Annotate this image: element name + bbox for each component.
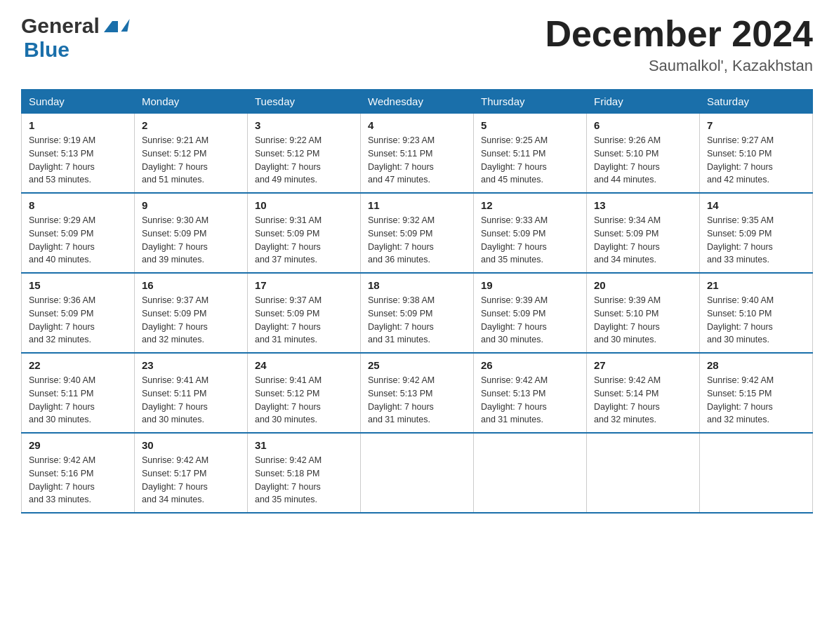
day-cell-2: 2 Sunrise: 9:21 AMSunset: 5:12 PMDayligh… xyxy=(135,114,248,194)
title-area: December 2024 Saumalkol', Kazakhstan xyxy=(545,14,813,75)
day-number: 7 xyxy=(707,119,805,131)
day-cell-1: 1 Sunrise: 9:19 AMSunset: 5:13 PMDayligh… xyxy=(22,114,135,194)
week-row-4: 22 Sunrise: 9:40 AMSunset: 5:11 PMDaylig… xyxy=(22,353,813,433)
header-row: SundayMondayTuesdayWednesdayThursdayFrid… xyxy=(22,90,813,114)
day-cell-25: 25 Sunrise: 9:42 AMSunset: 5:13 PMDaylig… xyxy=(361,353,474,433)
day-number: 2 xyxy=(142,119,240,131)
day-cell-15: 15 Sunrise: 9:36 AMSunset: 5:09 PMDaylig… xyxy=(22,273,135,353)
day-header-saturday: Saturday xyxy=(700,90,813,114)
day-number: 9 xyxy=(142,199,240,211)
day-info: Sunrise: 9:29 AMSunset: 5:09 PMDaylight:… xyxy=(29,214,127,267)
day-number: 11 xyxy=(368,199,466,211)
day-number: 4 xyxy=(368,119,466,131)
day-number: 14 xyxy=(707,199,805,211)
day-info: Sunrise: 9:36 AMSunset: 5:09 PMDaylight:… xyxy=(29,294,127,347)
day-number: 28 xyxy=(707,359,805,371)
logo-text-general: General xyxy=(21,14,100,38)
day-number: 16 xyxy=(142,279,240,291)
day-info: Sunrise: 9:35 AMSunset: 5:09 PMDaylight:… xyxy=(707,214,805,267)
day-number: 10 xyxy=(255,199,353,211)
day-cell-3: 3 Sunrise: 9:22 AMSunset: 5:12 PMDayligh… xyxy=(248,114,361,194)
day-cell-8: 8 Sunrise: 9:29 AMSunset: 5:09 PMDayligh… xyxy=(22,193,135,273)
day-number: 27 xyxy=(594,359,692,371)
day-cell-10: 10 Sunrise: 9:31 AMSunset: 5:09 PMDaylig… xyxy=(248,193,361,273)
day-info: Sunrise: 9:38 AMSunset: 5:09 PMDaylight:… xyxy=(368,294,466,347)
day-header-friday: Friday xyxy=(587,90,700,114)
day-cell-4: 4 Sunrise: 9:23 AMSunset: 5:11 PMDayligh… xyxy=(361,114,474,194)
day-number: 30 xyxy=(142,439,240,451)
day-number: 19 xyxy=(481,279,579,291)
day-cell-27: 27 Sunrise: 9:42 AMSunset: 5:14 PMDaylig… xyxy=(587,353,700,433)
day-info: Sunrise: 9:42 AMSunset: 5:17 PMDaylight:… xyxy=(142,454,240,507)
week-row-2: 8 Sunrise: 9:29 AMSunset: 5:09 PMDayligh… xyxy=(22,193,813,273)
day-number: 6 xyxy=(594,119,692,131)
logo-triangle-icon xyxy=(101,15,121,35)
empty-cell xyxy=(474,433,587,513)
day-cell-6: 6 Sunrise: 9:26 AMSunset: 5:10 PMDayligh… xyxy=(587,114,700,194)
day-number: 31 xyxy=(255,439,353,451)
day-cell-16: 16 Sunrise: 9:37 AMSunset: 5:09 PMDaylig… xyxy=(135,273,248,353)
week-row-3: 15 Sunrise: 9:36 AMSunset: 5:09 PMDaylig… xyxy=(22,273,813,353)
day-info: Sunrise: 9:19 AMSunset: 5:13 PMDaylight:… xyxy=(29,134,127,187)
day-number: 25 xyxy=(368,359,466,371)
day-cell-5: 5 Sunrise: 9:25 AMSunset: 5:11 PMDayligh… xyxy=(474,114,587,194)
day-header-thursday: Thursday xyxy=(474,90,587,114)
day-cell-29: 29 Sunrise: 9:42 AMSunset: 5:16 PMDaylig… xyxy=(22,433,135,513)
day-cell-20: 20 Sunrise: 9:39 AMSunset: 5:10 PMDaylig… xyxy=(587,273,700,353)
day-number: 1 xyxy=(29,119,127,131)
day-number: 3 xyxy=(255,119,353,131)
week-row-5: 29 Sunrise: 9:42 AMSunset: 5:16 PMDaylig… xyxy=(22,433,813,513)
day-info: Sunrise: 9:21 AMSunset: 5:12 PMDaylight:… xyxy=(142,134,240,187)
day-header-sunday: Sunday xyxy=(22,90,135,114)
day-info: Sunrise: 9:26 AMSunset: 5:10 PMDaylight:… xyxy=(594,134,692,187)
day-cell-19: 19 Sunrise: 9:39 AMSunset: 5:09 PMDaylig… xyxy=(474,273,587,353)
day-info: Sunrise: 9:42 AMSunset: 5:13 PMDaylight:… xyxy=(481,374,579,427)
day-cell-18: 18 Sunrise: 9:38 AMSunset: 5:09 PMDaylig… xyxy=(361,273,474,353)
location: Saumalkol', Kazakhstan xyxy=(545,57,813,75)
day-number: 12 xyxy=(481,199,579,211)
day-number: 13 xyxy=(594,199,692,211)
day-cell-9: 9 Sunrise: 9:30 AMSunset: 5:09 PMDayligh… xyxy=(135,193,248,273)
day-number: 23 xyxy=(142,359,240,371)
day-info: Sunrise: 9:23 AMSunset: 5:11 PMDaylight:… xyxy=(368,134,466,187)
day-cell-17: 17 Sunrise: 9:37 AMSunset: 5:09 PMDaylig… xyxy=(248,273,361,353)
day-info: Sunrise: 9:41 AMSunset: 5:12 PMDaylight:… xyxy=(255,374,353,427)
day-info: Sunrise: 9:32 AMSunset: 5:09 PMDaylight:… xyxy=(368,214,466,267)
empty-cell xyxy=(587,433,700,513)
day-info: Sunrise: 9:39 AMSunset: 5:10 PMDaylight:… xyxy=(594,294,692,347)
page-header: General Blue December 2024 Saumalkol', K… xyxy=(21,14,813,75)
day-cell-31: 31 Sunrise: 9:42 AMSunset: 5:18 PMDaylig… xyxy=(248,433,361,513)
logo: General Blue xyxy=(21,14,128,62)
day-info: Sunrise: 9:42 AMSunset: 5:18 PMDaylight:… xyxy=(255,454,353,507)
day-info: Sunrise: 9:42 AMSunset: 5:16 PMDaylight:… xyxy=(29,454,127,507)
day-number: 21 xyxy=(707,279,805,291)
day-number: 20 xyxy=(594,279,692,291)
day-cell-21: 21 Sunrise: 9:40 AMSunset: 5:10 PMDaylig… xyxy=(700,273,813,353)
calendar-table: SundayMondayTuesdayWednesdayThursdayFrid… xyxy=(21,89,813,514)
day-number: 24 xyxy=(255,359,353,371)
day-info: Sunrise: 9:41 AMSunset: 5:11 PMDaylight:… xyxy=(142,374,240,427)
day-info: Sunrise: 9:37 AMSunset: 5:09 PMDaylight:… xyxy=(255,294,353,347)
day-info: Sunrise: 9:31 AMSunset: 5:09 PMDaylight:… xyxy=(255,214,353,267)
day-number: 15 xyxy=(29,279,127,291)
day-number: 18 xyxy=(368,279,466,291)
day-cell-30: 30 Sunrise: 9:42 AMSunset: 5:17 PMDaylig… xyxy=(135,433,248,513)
day-number: 26 xyxy=(481,359,579,371)
day-info: Sunrise: 9:33 AMSunset: 5:09 PMDaylight:… xyxy=(481,214,579,267)
day-number: 17 xyxy=(255,279,353,291)
day-cell-7: 7 Sunrise: 9:27 AMSunset: 5:10 PMDayligh… xyxy=(700,114,813,194)
day-cell-24: 24 Sunrise: 9:41 AMSunset: 5:12 PMDaylig… xyxy=(248,353,361,433)
day-info: Sunrise: 9:34 AMSunset: 5:09 PMDaylight:… xyxy=(594,214,692,267)
day-info: Sunrise: 9:42 AMSunset: 5:15 PMDaylight:… xyxy=(707,374,805,427)
day-cell-14: 14 Sunrise: 9:35 AMSunset: 5:09 PMDaylig… xyxy=(700,193,813,273)
day-header-monday: Monday xyxy=(135,90,248,114)
month-title: December 2024 xyxy=(545,14,813,54)
day-cell-23: 23 Sunrise: 9:41 AMSunset: 5:11 PMDaylig… xyxy=(135,353,248,433)
day-info: Sunrise: 9:42 AMSunset: 5:13 PMDaylight:… xyxy=(368,374,466,427)
day-header-wednesday: Wednesday xyxy=(361,90,474,114)
day-info: Sunrise: 9:42 AMSunset: 5:14 PMDaylight:… xyxy=(594,374,692,427)
day-number: 8 xyxy=(29,199,127,211)
day-number: 22 xyxy=(29,359,127,371)
day-cell-28: 28 Sunrise: 9:42 AMSunset: 5:15 PMDaylig… xyxy=(700,353,813,433)
day-cell-22: 22 Sunrise: 9:40 AMSunset: 5:11 PMDaylig… xyxy=(22,353,135,433)
